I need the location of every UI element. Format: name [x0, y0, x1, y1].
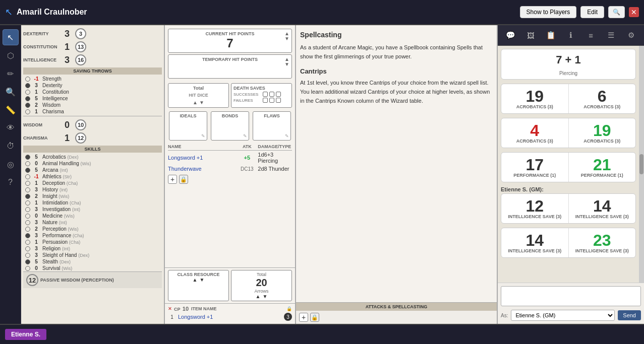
show-to-players-button[interactable]: Show to Players	[520, 6, 577, 18]
attack-thunderwave-name[interactable]: Thunderwave	[168, 166, 236, 172]
layers-tool[interactable]: ◎	[3, 156, 19, 172]
save-constitution-checkbox[interactable]	[25, 90, 30, 95]
temp-hp-down-arrow[interactable]: ▼	[284, 62, 289, 67]
search-button[interactable]: 🔍	[608, 6, 625, 18]
save-dexterity-checkbox[interactable]	[25, 83, 30, 88]
skill-athletics-checkbox[interactable]	[25, 174, 30, 179]
draw-tool[interactable]: ✏	[3, 65, 19, 82]
measure-tool[interactable]: 📏	[3, 102, 19, 118]
chat-scrollbar[interactable]	[639, 46, 644, 283]
success-2[interactable]	[269, 92, 274, 97]
settings-icon-button[interactable]: ⚙	[624, 28, 638, 42]
skill-medicine-checkbox[interactable]	[25, 214, 30, 219]
class-resource-down-arrow[interactable]: ▼	[200, 277, 205, 283]
close-button[interactable]: ✕	[629, 7, 639, 17]
journal-icon-button[interactable]: 📋	[544, 28, 558, 42]
hp-section: CURRENT HIT POINTS 7 ▲ ▼ TEMPORARY HIT P…	[165, 25, 295, 82]
skill-persuasion-checkbox[interactable]	[25, 240, 30, 245]
roll-number-14b: 14	[525, 232, 544, 248]
lock-attacks-button[interactable]: 🔒	[179, 175, 188, 184]
skill-sleight-of-hand-checkbox[interactable]	[25, 253, 30, 258]
edit-button[interactable]: Edit	[580, 6, 604, 18]
skill-arcana-checkbox[interactable]	[25, 168, 30, 173]
hit-dice-down-arrow[interactable]: ▼	[199, 100, 204, 105]
arrows-up-arrow[interactable]: ▲	[256, 294, 261, 299]
skill-deception-checkbox[interactable]	[25, 181, 30, 186]
arrows-down-arrow[interactable]: ▼	[263, 294, 268, 299]
roll-left-4: 4 ACROBATICS (3)	[501, 118, 569, 148]
token-tool[interactable]: ⬡	[3, 47, 19, 63]
ideals-content[interactable]	[171, 118, 205, 133]
bonds-content[interactable]	[213, 118, 247, 133]
chat-input[interactable]	[501, 286, 641, 306]
temp-hp-label: TEMPORARY HIT POINTS	[170, 57, 289, 62]
item-lock-header[interactable]: 🔒	[286, 306, 292, 311]
save-intelligence-checkbox[interactable]	[25, 96, 30, 101]
success-1[interactable]	[263, 92, 268, 97]
skill-persuasion: 1 Persuasion (Cha)	[23, 239, 162, 245]
roll-label-int-save-2b: INTELLIGENCE SAVE (3)	[575, 248, 629, 253]
time-tool[interactable]: ⏱	[3, 138, 19, 154]
save-strength-checkbox[interactable]	[25, 77, 30, 82]
send-button[interactable]: Send	[618, 310, 641, 320]
roll-card-performance: 17 PERFORMANCE (1) 21 PERFORMANCE (1)	[501, 152, 636, 182]
notes-icon-button[interactable]: ≡	[584, 28, 598, 42]
successes-row: SUCCESSES	[233, 92, 289, 97]
eye-tool[interactable]: 👁	[3, 120, 19, 136]
skill-intimidation-checkbox[interactable]	[25, 200, 30, 205]
attacks-section-label: ATTACKS & SPELLCASTING	[296, 302, 497, 311]
add-attack-button[interactable]: +	[168, 175, 177, 184]
save-charisma-checkbox[interactable]	[25, 109, 30, 114]
skill-survival-checkbox[interactable]	[25, 266, 30, 271]
cursor-tool[interactable]: ↖	[3, 29, 19, 45]
skill-history-checkbox[interactable]	[25, 187, 30, 192]
skill-perception-checkbox[interactable]	[25, 227, 30, 232]
fog-tool[interactable]: 🔍	[3, 84, 19, 100]
ideals-edit-icon[interactable]: ✎	[171, 133, 205, 139]
skill-insight-checkbox[interactable]	[25, 194, 30, 199]
longsword-label: Piercing	[501, 71, 635, 79]
info-icon-button[interactable]: ℹ	[564, 28, 578, 42]
flaws-content[interactable]	[255, 118, 289, 133]
failure-2[interactable]	[269, 98, 274, 103]
list-icon-button[interactable]: ☰	[604, 28, 618, 42]
skill-religion-checkbox[interactable]	[25, 246, 30, 251]
chat-messages-area[interactable]: 7 + 1 Piercing 19 ACROBATICS (3) 6	[498, 46, 639, 283]
cp-value[interactable]: 10	[183, 306, 189, 312]
chat-icon-button[interactable]: 💬	[504, 28, 518, 42]
portrait-icon-button[interactable]: 🖼	[524, 28, 538, 42]
spellcasting-content[interactable]: Spellcasting As a student of Arcane Magi…	[296, 25, 497, 302]
scrollbar-thumb[interactable]	[639, 154, 643, 174]
skill-nature: 3 Nature (Int)	[23, 219, 162, 226]
hit-dice-label: HIT DICE	[170, 93, 226, 98]
skill-performance-checkbox[interactable]	[25, 233, 30, 238]
attack-longsword-name[interactable]: Longsword +1	[168, 155, 236, 161]
flaws-edit-icon[interactable]: ✎	[255, 133, 289, 139]
hp-down-arrow[interactable]: ▼	[284, 36, 289, 41]
hit-dice-up-arrow[interactable]: ▲	[193, 100, 198, 105]
skill-animal-handling-checkbox[interactable]	[25, 161, 30, 166]
skill-acrobatics-checkbox[interactable]	[25, 155, 30, 160]
roll-label-acrobatics-1b: ACROBATICS (3)	[583, 104, 620, 109]
class-resource-up-arrow[interactable]: ▲	[193, 277, 198, 283]
skill-athletics: -1 Athletics (Str)	[23, 173, 162, 180]
saving-throws-list: -1 Strength 3 Dexterity 1 Constitution	[23, 76, 162, 115]
failures-row: FAILURES	[233, 98, 289, 103]
help-tool[interactable]: ?	[3, 174, 19, 190]
save-wisdom-checkbox[interactable]	[25, 103, 30, 108]
roll-card-int-save-1: 12 INTELLIGENCE SAVE (3) 14 INTELLIGENCE…	[501, 193, 636, 224]
add-spell-button[interactable]: +	[299, 313, 308, 322]
bonds-edit-icon[interactable]: ✎	[213, 133, 247, 139]
sender-select[interactable]: Etienne S. (GM)	[511, 310, 615, 321]
success-3[interactable]	[276, 92, 281, 97]
skill-nature-checkbox[interactable]	[25, 220, 30, 225]
temp-hp-box: TEMPORARY HIT POINTS ▲ ▼	[168, 54, 292, 79]
lock-spells-button[interactable]: 🔒	[310, 313, 319, 322]
skill-stealth-checkbox[interactable]	[25, 259, 30, 264]
failure-1[interactable]	[263, 98, 268, 103]
failure-3[interactable]	[276, 98, 281, 103]
current-hp-value: 7	[170, 36, 289, 50]
items-remove-icon[interactable]: ✕	[168, 306, 172, 311]
item-name[interactable]: Longsword +1	[178, 314, 282, 320]
skill-investigation-checkbox[interactable]	[25, 207, 30, 212]
